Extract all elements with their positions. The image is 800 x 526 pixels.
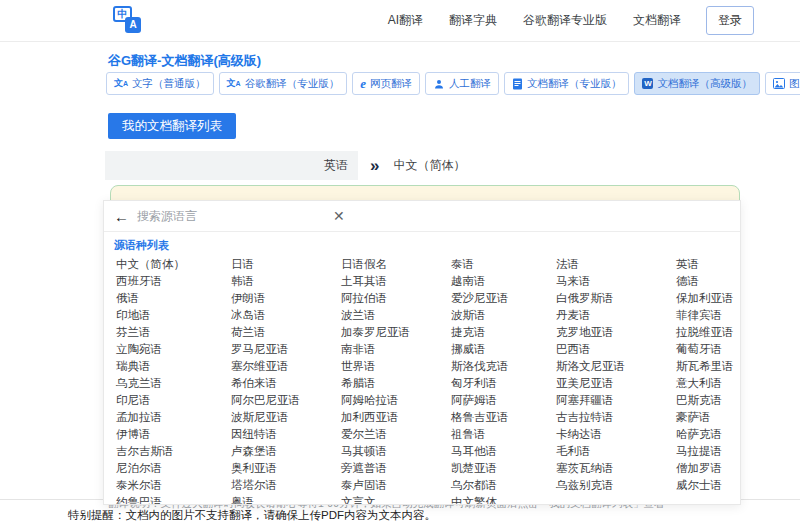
language-option[interactable]: 世界语	[341, 358, 451, 375]
language-option[interactable]: 爱尔兰语	[341, 426, 451, 443]
language-option[interactable]: 塔塔尔语	[231, 477, 341, 494]
language-option[interactable]: 意大利语	[676, 375, 740, 392]
language-option[interactable]: 土耳其语	[341, 273, 451, 290]
language-option[interactable]: 格鲁吉亚语	[451, 409, 556, 426]
language-option[interactable]: 波兰语	[341, 307, 451, 324]
nav-dictionary[interactable]: 翻译字典	[449, 12, 497, 29]
tab-webpage[interactable]: e网页翻译	[352, 72, 420, 95]
language-option[interactable]: 越南语	[451, 273, 556, 290]
tab-doc-pro[interactable]: 文档翻译（专业版）	[504, 72, 630, 95]
my-doc-list-button[interactable]: 我的文档翻译列表	[108, 113, 236, 139]
language-option[interactable]: 南非语	[341, 341, 451, 358]
language-option[interactable]: 亚美尼亚语	[556, 375, 676, 392]
language-option[interactable]: 乌克兰语	[116, 375, 231, 392]
language-option[interactable]: 孟加拉语	[116, 409, 231, 426]
language-option[interactable]: 希腊语	[341, 375, 451, 392]
nav-document-translate[interactable]: 文档翻译	[633, 12, 681, 29]
language-option[interactable]: 泰卢固语	[341, 477, 451, 494]
language-option[interactable]: 马来语	[556, 273, 676, 290]
language-option[interactable]: 波斯尼亚语	[231, 409, 341, 426]
language-option[interactable]: 斯洛文尼亚语	[556, 358, 676, 375]
language-option[interactable]: 乌兹别克语	[556, 477, 676, 494]
language-option[interactable]: 粤语	[231, 494, 341, 505]
language-option[interactable]: 荷兰语	[231, 324, 341, 341]
language-option[interactable]: 尼泊尔语	[116, 460, 231, 477]
language-option[interactable]: 阿姆哈拉语	[341, 392, 451, 409]
language-option[interactable]: 爱沙尼亚语	[451, 290, 556, 307]
language-option[interactable]: 葡萄牙语	[676, 341, 740, 358]
language-option[interactable]: 文言文	[341, 494, 451, 505]
language-option[interactable]: 芬兰语	[116, 324, 231, 341]
language-option[interactable]: 巴斯克语	[676, 392, 740, 409]
language-option[interactable]: 因纽特语	[231, 426, 341, 443]
language-option[interactable]: 阿塞拜疆语	[556, 392, 676, 409]
language-option[interactable]: 毛利语	[556, 443, 676, 460]
language-option[interactable]: 印地语	[116, 307, 231, 324]
language-option[interactable]: 伊博语	[116, 426, 231, 443]
language-option[interactable]: 巴西语	[556, 341, 676, 358]
tab-human[interactable]: 人工翻译	[425, 72, 499, 95]
login-button[interactable]: 登录	[706, 6, 754, 35]
language-option[interactable]: 法语	[556, 256, 676, 273]
language-option[interactable]: 阿拉伯语	[341, 290, 451, 307]
translate-logo-icon[interactable]: 中 A	[113, 5, 147, 37]
language-option[interactable]: 卡纳达语	[556, 426, 676, 443]
language-option[interactable]: 罗马尼亚语	[231, 341, 341, 358]
nav-ai-translate[interactable]: AI翻译	[388, 12, 423, 29]
close-icon[interactable]: ✕	[333, 209, 345, 223]
language-option[interactable]: 伊朗语	[231, 290, 341, 307]
tab-google-pro[interactable]: 文A谷歌翻译（专业版）	[219, 72, 348, 95]
language-option[interactable]: 卢森堡语	[231, 443, 341, 460]
language-option[interactable]: 旁遮普语	[341, 460, 451, 477]
language-option[interactable]: 威尔士语	[676, 477, 740, 494]
language-option[interactable]: 英语	[676, 256, 740, 273]
language-option[interactable]: 豪萨语	[676, 409, 740, 426]
language-option[interactable]: 立陶宛语	[116, 341, 231, 358]
language-option[interactable]: 冰岛语	[231, 307, 341, 324]
language-option[interactable]: 斯瓦希里语	[676, 358, 740, 375]
language-option[interactable]: 斯洛伐克语	[451, 358, 556, 375]
language-option[interactable]: 日语	[231, 256, 341, 273]
language-option[interactable]: 丹麦语	[556, 307, 676, 324]
language-option[interactable]: 僧加罗语	[676, 460, 740, 477]
language-option[interactable]: 乌尔都语	[451, 477, 556, 494]
language-option[interactable]: 俄语	[116, 290, 231, 307]
language-option[interactable]: 保加利亚语	[676, 290, 740, 307]
tab-doc-premium[interactable]: W文档翻译（高级版）	[634, 72, 760, 95]
language-option[interactable]: 西班牙语	[116, 273, 231, 290]
language-option[interactable]: 泰米尔语	[116, 477, 231, 494]
language-option[interactable]: 塞尔维亚语	[231, 358, 341, 375]
language-option[interactable]: 吉尔吉斯语	[116, 443, 231, 460]
nav-google-translate-pro[interactable]: 谷歌翻译专业版	[523, 12, 607, 29]
language-option[interactable]: 泰语	[451, 256, 556, 273]
language-option[interactable]: 中文繁体	[451, 494, 556, 505]
language-option[interactable]: 捷克语	[451, 324, 556, 341]
language-option[interactable]: 希伯来语	[231, 375, 341, 392]
language-option[interactable]: 克罗地亚语	[556, 324, 676, 341]
language-option[interactable]: 白俄罗斯语	[556, 290, 676, 307]
language-option[interactable]: 阿尔巴尼亚语	[231, 392, 341, 409]
language-search-input[interactable]	[137, 209, 297, 223]
language-option[interactable]: 哈萨克语	[676, 426, 740, 443]
language-option[interactable]: 塞茨瓦纳语	[556, 460, 676, 477]
language-option[interactable]: 德语	[676, 273, 740, 290]
language-option[interactable]: 拉脱维亚语	[676, 324, 740, 341]
language-option[interactable]: 印尼语	[116, 392, 231, 409]
language-option[interactable]: 凯楚亚语	[451, 460, 556, 477]
language-option[interactable]: 古吉拉特语	[556, 409, 676, 426]
language-option[interactable]: 祖鲁语	[451, 426, 556, 443]
language-option[interactable]: 菲律宾语	[676, 307, 740, 324]
language-option[interactable]: 马其顿语	[341, 443, 451, 460]
back-icon[interactable]: ←	[114, 209, 129, 224]
language-option[interactable]: 匈牙利语	[451, 375, 556, 392]
language-option[interactable]: 加利西亚语	[341, 409, 451, 426]
language-option[interactable]: 阿萨姆语	[451, 392, 556, 409]
tab-image-pro[interactable]: 图片翻译（专业版）	[765, 72, 800, 95]
language-option[interactable]: 日语假名	[341, 256, 451, 273]
source-language-select[interactable]: 英语	[105, 151, 358, 180]
language-option[interactable]: 波斯语	[451, 307, 556, 324]
language-option[interactable]: 奥利亚语	[231, 460, 341, 477]
language-option[interactable]: 约鲁巴语	[116, 494, 231, 505]
language-option[interactable]: 马耳他语	[451, 443, 556, 460]
language-option[interactable]: 韩语	[231, 273, 341, 290]
